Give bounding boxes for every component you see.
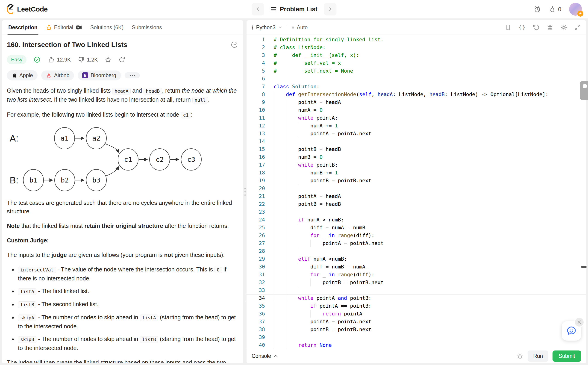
language-info-icon: i [252, 24, 253, 31]
code-line[interactable]: 32 pointB = pointB.next [246, 279, 586, 286]
line-number: 17 [246, 161, 265, 169]
code-line[interactable]: 3# def __init__(self, x): [246, 51, 586, 59]
favorite-star-icon[interactable] [105, 56, 112, 63]
code-line[interactable]: 33 [246, 286, 586, 294]
code-line[interactable]: 36 return pointA [246, 310, 586, 318]
dislike-button[interactable]: 1.2K [78, 56, 98, 63]
code-line[interactable]: 15 pointB = headB [246, 145, 586, 153]
code-line[interactable]: 19 pointB = pointB.next [246, 177, 586, 185]
code-line[interactable]: 37 pointA = pointA.next [246, 318, 586, 326]
code-line[interactable]: 14 [246, 138, 586, 145]
indent-guide [274, 224, 274, 232]
code-line[interactable]: 29 elif numA <numB: [246, 255, 586, 263]
tab-solutions-label: Solutions (6K) [90, 24, 124, 31]
debug-icon[interactable] [517, 352, 524, 359]
line-number: 16 [246, 153, 265, 161]
code-line[interactable]: 25 diff = numA - numB [246, 224, 586, 232]
collapsed-panel-handle[interactable] [580, 81, 588, 100]
code-line[interactable]: 12 numA += 1 [246, 122, 586, 130]
submit-button[interactable]: Submit [553, 351, 581, 362]
code-line[interactable]: 38 pointB = pointB.next [246, 326, 586, 333]
code-line[interactable]: 28 [246, 247, 586, 255]
code-line[interactable]: 20 [246, 185, 586, 192]
tag-more[interactable] [125, 72, 140, 78]
autocomplete-toggle[interactable]: Auto [292, 24, 308, 31]
problem-meta-row: Easy 12.9K 1.2K [7, 55, 238, 64]
tab-solutions[interactable]: Solutions (6K) [86, 20, 128, 35]
code-line[interactable]: 2# class ListNode: [246, 43, 586, 51]
tab-editorial[interactable]: Editorial [42, 20, 86, 35]
description-paragraph: Given the heads of two singly linked-lis… [7, 86, 238, 104]
auto-status-dot [292, 27, 294, 28]
line-number: 31 [246, 271, 265, 279]
tab-description[interactable]: Description [4, 20, 42, 35]
code-line[interactable]: 6 [246, 75, 586, 83]
code-line[interactable]: 31 for _ in range(diff): [246, 271, 586, 279]
indent-guide [274, 302, 274, 310]
shortcuts-icon[interactable] [546, 24, 553, 31]
code-line[interactable]: 5# self.next = None [246, 67, 586, 75]
code-line[interactable]: 30 diff = numB - numA [246, 263, 586, 271]
run-button[interactable]: Run [528, 351, 548, 362]
reset-code-icon[interactable] [533, 24, 540, 31]
next-problem-button[interactable] [324, 3, 336, 15]
code-line[interactable]: 17 while pointB: [246, 161, 586, 169]
code-line[interactable]: 22 pointB = headB [246, 200, 586, 208]
code-line[interactable]: 1# Definition for singly-linked list. [246, 36, 586, 43]
code-line[interactable]: 11 while pointA: [246, 114, 586, 122]
streak-counter[interactable]: 0 [549, 6, 561, 13]
settings-gear-icon[interactable] [560, 24, 567, 31]
scrollbar-thumb[interactable] [581, 266, 587, 268]
indent-guide [298, 326, 298, 333]
like-button[interactable]: 12.9K [48, 56, 71, 63]
code-line[interactable]: 8 def getIntersectionNode(self, headA: L… [246, 91, 586, 98]
code-line[interactable]: 16 numB = 0 [246, 153, 586, 161]
code-line[interactable]: 24 if numA > numB: [246, 216, 586, 224]
indent-guide [274, 255, 274, 263]
share-icon[interactable] [119, 56, 125, 63]
code-line[interactable]: 18 numB += 1 [246, 169, 586, 177]
code-line[interactable]: 10 numA = 0 [246, 106, 586, 114]
panel-resize-handle[interactable] [243, 20, 246, 363]
help-chat-button[interactable] [562, 321, 581, 341]
list-item: listB - The second linked list. [17, 300, 238, 309]
code-line[interactable]: 13 pointA = pointA.next [246, 130, 586, 138]
code-line[interactable]: 21 pointA = headA [246, 192, 586, 200]
code-editor[interactable]: 1# Definition for singly-linked list.2# … [246, 35, 586, 349]
bookmark-icon[interactable] [504, 24, 511, 31]
tag-apple[interactable]: Apple [7, 70, 38, 80]
code-line[interactable]: 35 if pointA == pointB: [246, 302, 586, 310]
chat-close-button[interactable] [574, 317, 584, 327]
console-toggle[interactable]: Console [252, 353, 278, 359]
problem-description: 160. Intersection of Two Linked Lists Ea… [2, 35, 243, 363]
tag-airbnb[interactable]: Airbnb [41, 70, 74, 80]
problem-list-button[interactable]: Problem List [266, 6, 322, 13]
code-line[interactable]: 34 while pointA and pointB: [246, 294, 586, 302]
difficulty-badge[interactable]: Easy [7, 55, 27, 64]
code-line[interactable]: 39 [246, 333, 586, 341]
tag-bloomberg[interactable]: B Bloomberg [78, 70, 121, 80]
more-options-icon[interactable] [231, 41, 238, 49]
timer-icon[interactable] [534, 6, 541, 13]
code-line[interactable]: 40 return None [246, 341, 586, 349]
code-line[interactable]: 23 [246, 208, 586, 216]
line-number: 20 [246, 185, 265, 192]
code-line[interactable]: 27 pointA = pointA.next [246, 239, 586, 247]
code-line[interactable]: 9 pointA = headA [246, 98, 586, 106]
prev-problem-button[interactable] [252, 3, 264, 15]
svg-text:c2: c2 [156, 155, 164, 163]
format-code-icon[interactable]: {} [518, 24, 526, 30]
avatar[interactable]: ★ [569, 3, 582, 16]
main-area: Description Editorial Solutions (6K) Sub… [0, 18, 588, 365]
code-line[interactable]: 7class Solution: [246, 83, 586, 91]
indent-guide [286, 271, 286, 279]
tab-submissions[interactable]: Submissions [128, 20, 166, 35]
language-selector[interactable]: i Python3 [252, 24, 282, 31]
code-line[interactable]: 4# self.val = x [246, 59, 586, 67]
fullscreen-icon[interactable] [574, 24, 581, 31]
company-tags-row: Apple Airbnb B Bloomberg [7, 70, 238, 80]
leetcode-logo[interactable]: LeetCode [6, 4, 48, 14]
code-line[interactable]: 26 for _ in range(diff): [246, 232, 586, 239]
indent-guide [286, 286, 286, 294]
line-number: 10 [246, 106, 265, 114]
